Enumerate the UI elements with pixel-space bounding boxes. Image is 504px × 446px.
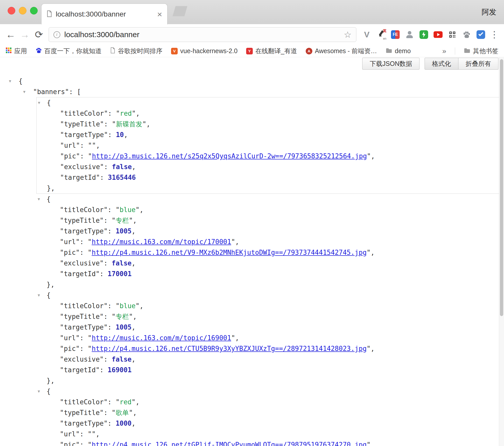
youtube-icon[interactable] <box>433 30 443 39</box>
json-line: "titleColor": "red", <box>37 108 499 119</box>
youdao-dict-icon[interactable]: 英 en <box>376 30 386 39</box>
window-zoom-button[interactable] <box>30 7 38 14</box>
profile-name[interactable]: 阿发 <box>482 7 496 17</box>
json-line: "exclusive": false, <box>36 258 499 269</box>
forward-button: → <box>18 30 32 39</box>
bookmark-demo-folder[interactable]: demo <box>386 47 411 55</box>
json-line: ▼{ <box>37 97 499 108</box>
json-link[interactable]: http://p3.music.126.net/s25q2x5QyqsAzilC… <box>92 152 367 160</box>
json-line: "url": "http://music.163.com/m/topic/169… <box>36 333 499 343</box>
back-button[interactable]: ← <box>4 30 18 39</box>
address-input[interactable]: localhost:3000/banner <box>64 30 340 39</box>
shield-check-icon[interactable] <box>476 30 486 39</box>
tab-strip: localhost:3000/banner × 阿发 <box>0 0 504 24</box>
address-bar[interactable]: i localhost:3000/banner ☆ <box>49 27 357 42</box>
json-object: ▼{"titleColor": "blue","typeTitle": "专栏"… <box>36 290 499 386</box>
bookmarks-overflow-chevron[interactable]: » <box>442 47 446 55</box>
extensions-row: V 英 en FE <box>362 30 486 39</box>
reload-button[interactable]: ⟳ <box>32 30 46 39</box>
bookmark-baidu[interactable]: 百度一下，你就知道 <box>36 47 102 55</box>
json-link[interactable]: http://music.163.com/m/topic/170001 <box>92 238 231 246</box>
window-controls <box>8 7 38 14</box>
json-line: "targetId": 170001 <box>36 269 499 279</box>
org-person-icon[interactable] <box>405 30 414 39</box>
awesomes-icon: A <box>306 48 312 54</box>
browser-menu-icon[interactable]: ⋮ <box>490 30 499 39</box>
browser-tab[interactable]: localhost:3000/banner × <box>41 4 167 24</box>
collapse-toggle-icon[interactable]: ▼ <box>23 86 25 97</box>
json-line: "url": "http://music.163.com/m/topic/170… <box>36 236 499 247</box>
bookmark-youdao-translate[interactable]: Y 在线翻译_有道 <box>246 47 297 55</box>
json-line: "typeTitle": "新碟首发", <box>37 119 499 129</box>
json-line: ▼{ <box>36 194 499 204</box>
json-line: "exclusive": false, <box>37 161 499 172</box>
json-line: "url": "", <box>36 429 499 439</box>
page-icon <box>110 47 115 55</box>
json-tree: ▼{▼"banners": [▼{"titleColor": "red","ty… <box>0 57 504 446</box>
folder-icon <box>464 47 470 55</box>
bookmark-apps[interactable]: 应用 <box>6 47 27 55</box>
bookmarks-bar: 应用 百度一下，你就知道 谷歌按时间排序 V vue-hackernews-2.… <box>0 45 504 57</box>
bookmark-star-icon[interactable]: ☆ <box>344 30 352 39</box>
bookmark-google-sort[interactable]: 谷歌按时间排序 <box>110 47 162 55</box>
json-object: ▼{"titleColor": "red","typeTitle": "歌单",… <box>36 386 499 446</box>
json-line: "titleColor": "red", <box>36 397 499 407</box>
other-bookmarks-folder[interactable]: 其他书签 <box>464 47 498 55</box>
collapse-toggle-icon[interactable]: ▼ <box>38 97 40 108</box>
browser-toolbar: ← → ⟳ i localhost:3000/banner ☆ V 英 en F… <box>0 24 504 45</box>
json-line: "targetType": 1005, <box>36 322 499 333</box>
json-line: }, <box>37 183 499 194</box>
page-content: 下载JSON数据 格式化 折叠所有 ▼{▼"banners": [▼{"titl… <box>0 57 504 446</box>
youdao-icon: Y <box>246 48 253 54</box>
json-line: "pic": "http://p4.music.126.net/tGPljf-I… <box>36 439 499 446</box>
bookmark-awesomes[interactable]: A Awesomes - 前端资… <box>306 47 377 55</box>
folder-icon <box>386 47 392 55</box>
json-viewer-actions: 下载JSON数据 格式化 折叠所有 <box>362 58 498 70</box>
json-line: "titleColor": "blue", <box>36 301 499 311</box>
json-line: ▼{ <box>36 290 499 301</box>
json-link[interactable]: http://p4.music.126.net/V9-MXz6b2MNhEKju… <box>92 249 367 256</box>
window-minimize-button[interactable] <box>19 7 26 14</box>
paw-icon[interactable] <box>462 30 471 39</box>
tab-close-icon[interactable]: × <box>157 10 162 19</box>
json-line: "exclusive": false, <box>36 354 499 365</box>
new-tab-button[interactable] <box>173 6 187 16</box>
apps-grid-icon <box>6 47 12 55</box>
download-json-button[interactable]: 下载JSON数据 <box>362 58 419 70</box>
bookmarks-divider <box>455 48 455 55</box>
vertical-scrollbar[interactable] <box>499 57 504 446</box>
json-line: "typeTitle": "专栏", <box>36 215 499 226</box>
vue-icon: V <box>171 48 178 54</box>
json-line: "targetId": 169001 <box>36 365 499 375</box>
json-line: "url": "", <box>37 140 499 151</box>
json-line: "targetId": 3165446 <box>37 172 499 183</box>
window-close-button[interactable] <box>8 7 15 14</box>
collapse-toggle-icon[interactable]: ▼ <box>9 76 11 86</box>
bookmark-vue-hackernews[interactable]: V vue-hackernews-2.0 <box>171 47 237 55</box>
vimium-icon[interactable]: V <box>362 30 372 39</box>
collapse-toggle-icon[interactable]: ▼ <box>38 194 40 204</box>
tab-title: localhost:3000/banner <box>56 10 153 18</box>
site-info-icon[interactable]: i <box>53 31 60 38</box>
json-link[interactable]: http://p4.music.126.net/tGPljf-IMOCyPvum… <box>92 441 367 446</box>
json-line: "titleColor": "blue", <box>36 204 499 215</box>
green-shield-icon[interactable] <box>419 30 429 39</box>
collapse-toggle-icon[interactable]: ▼ <box>38 386 40 397</box>
json-link[interactable]: http://music.163.com/m/topic/169001 <box>92 334 231 342</box>
collapse-all-button[interactable]: 折叠所有 <box>458 58 498 70</box>
baidu-paw-icon <box>36 47 42 55</box>
json-object: ▼{"titleColor": "red","typeTitle": "新碟首发… <box>36 97 499 194</box>
json-link[interactable]: http://p4.music.126.net/CTU5B9R9y3XyYBZX… <box>92 345 367 352</box>
collapse-toggle-icon[interactable]: ▼ <box>38 290 40 301</box>
fehelper-icon[interactable]: FE <box>390 30 400 39</box>
format-button[interactable]: 格式化 <box>425 58 458 70</box>
json-line: "targetType": 1000, <box>36 418 499 429</box>
json-line: ▼{ <box>0 76 504 86</box>
qrcode-icon[interactable] <box>447 30 457 39</box>
json-line: "targetType": 1005, <box>36 226 499 236</box>
json-line: "pic": "http://p3.music.126.net/s25q2x5Q… <box>37 151 499 161</box>
scrollbar-thumb[interactable] <box>500 59 503 316</box>
json-line: ▼{ <box>36 386 499 397</box>
json-line: "typeTitle": "专栏", <box>36 311 499 322</box>
json-line: ▼"banners": [ <box>0 86 504 97</box>
